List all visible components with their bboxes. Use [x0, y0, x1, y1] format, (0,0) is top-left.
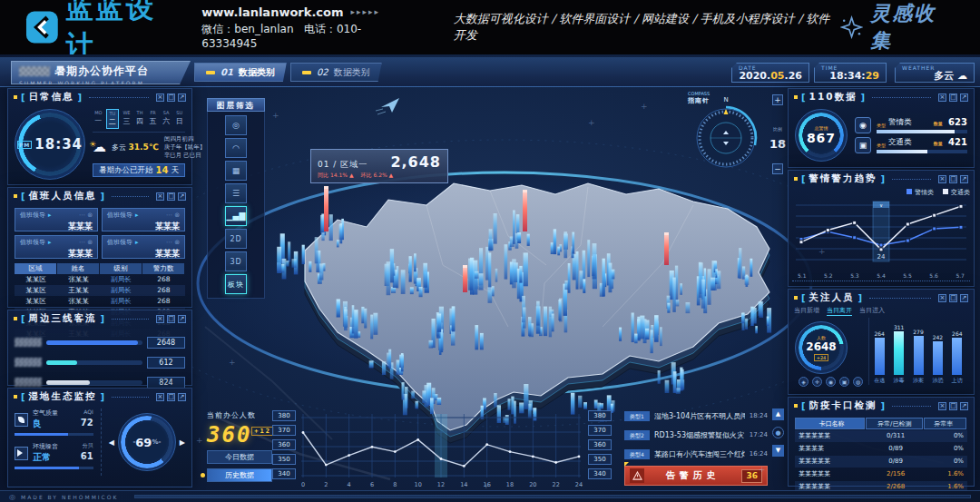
- inspiration-collect[interactable]: 灵感收集: [840, 0, 955, 54]
- censored-block: [19, 66, 50, 76]
- blocks-layer-button[interactable]: 板块: [225, 274, 247, 294]
- close-icon[interactable]: ×: [156, 393, 164, 401]
- expand-icon[interactable]: ↗: [960, 94, 968, 102]
- weekday-cn: 三: [121, 116, 132, 126]
- person-bar-上访: 264上访: [951, 318, 964, 385]
- view-3d-button[interactable]: 3D: [225, 251, 247, 271]
- window-icon[interactable]: □: [167, 393, 175, 401]
- view-2d-button[interactable]: 2D: [225, 229, 247, 249]
- scroll-up-icon[interactable]: ▲: [772, 408, 784, 420]
- persons-tab-2[interactable]: 当日离开: [827, 306, 852, 316]
- persons-tab-3[interactable]: 当日进入: [859, 306, 885, 316]
- svg-text:∨: ∨: [879, 202, 883, 208]
- barchart-layer-button[interactable]: ▁▄▇: [225, 206, 247, 226]
- weekday-TH[interactable]: TH四: [134, 109, 146, 129]
- close-icon[interactable]: ×: [938, 175, 946, 183]
- checkpoint-rate: 1.6%: [925, 468, 967, 480]
- svg-text:4: 4: [348, 481, 351, 488]
- y-tick-box: 360: [588, 439, 612, 450]
- expand-icon[interactable]: ↗: [960, 402, 968, 410]
- window-icon[interactable]: □: [167, 315, 175, 323]
- mini-icon[interactable]: ◉: [826, 377, 836, 387]
- noise-metric: 环境噪音分贝 正常61: [15, 442, 93, 469]
- weekday-FR[interactable]: FR五: [147, 109, 159, 129]
- persons-tab-1[interactable]: 当日新增: [794, 306, 819, 316]
- layer-buttons: ◎◠▦☰▁▄▇2D3D板块: [207, 112, 265, 299]
- tab-marker-icon: [206, 71, 215, 74]
- star-icon: [840, 15, 863, 39]
- gauge-right-arrow[interactable]: ▶: [180, 438, 185, 447]
- date-chip: DATE 2020.05.26: [731, 63, 809, 83]
- mini-icon[interactable]: ◍: [853, 377, 863, 387]
- mini-icon[interactable]: ◈: [799, 377, 808, 387]
- weekday-SU[interactable]: SU日: [173, 109, 185, 129]
- mini-icon[interactable]: ✛: [812, 377, 822, 387]
- window-icon[interactable]: □: [167, 192, 175, 201]
- window-icon[interactable]: □: [949, 294, 957, 302]
- legend-交通类[interactable]: 交通类: [943, 188, 970, 197]
- expand-icon[interactable]: ↗: [178, 192, 186, 201]
- alert-time: 18:24: [750, 412, 768, 419]
- alert-row[interactable]: 类型2RD13-53烟感报警疑似火灾17:24: [624, 428, 768, 442]
- signal-layer-button[interactable]: ◠: [225, 138, 247, 158]
- panel-title: 周边三线客流: [29, 312, 97, 325]
- tab-01[interactable]: 01数据类别: [194, 63, 287, 82]
- grid-layer-button[interactable]: ▦: [225, 161, 247, 181]
- gauge-left-arrow[interactable]: ◀: [109, 438, 114, 447]
- plus-decoration: +: [483, 481, 490, 490]
- duty-card[interactable]: 值班领导▸⋯ ⊗某某某: [15, 208, 98, 231]
- tab-02[interactable]: 02数据类别: [290, 63, 382, 82]
- history-data-button[interactable]: 历史数据: [207, 468, 272, 482]
- scroll-dot-icon[interactable]: ●: [772, 427, 784, 438]
- window-icon[interactable]: □: [949, 402, 957, 410]
- alert-row[interactable]: 类型1湿地3-104片区有不明人员闯入18:24: [624, 408, 768, 423]
- zoom-in-button[interactable]: +: [772, 94, 783, 105]
- list-layer-button[interactable]: ☰: [225, 183, 247, 203]
- duty-card[interactable]: 值班领导▸⋯ ⊗某某某: [15, 235, 98, 259]
- tab-number: 02: [317, 67, 328, 77]
- expand-icon[interactable]: ↗: [178, 94, 186, 102]
- close-icon[interactable]: ×: [156, 192, 164, 201]
- zoom-out-button[interactable]: −: [772, 163, 783, 174]
- bar: [933, 341, 943, 375]
- expand-icon[interactable]: ↗: [178, 315, 186, 323]
- scroll-down-icon[interactable]: ▼: [772, 445, 784, 457]
- alarm-history-banner[interactable]: 告警历史 36: [624, 466, 768, 486]
- alert-row[interactable]: 类型4某路口有小汽车连闯三个红灯16:24: [624, 447, 768, 461]
- date-value: 2020.05.26: [739, 71, 802, 81]
- legend-警情类[interactable]: 警情类: [906, 188, 934, 197]
- alert-text: RD13-53烟感报警疑似火灾: [654, 430, 745, 440]
- dashboard: 暑期办公协作平台 SUMMER WORKING PLATFORM 01数据类别0…: [0, 54, 980, 502]
- trend-x-tick: 5.5: [903, 272, 912, 279]
- checkpoint-name: 某某某某某: [795, 456, 867, 468]
- mini-icon[interactable]: ▣: [839, 377, 849, 387]
- svg-text:N: N: [723, 96, 728, 103]
- plus-decoration: +: [818, 247, 826, 256]
- close-icon[interactable]: ×: [938, 94, 946, 102]
- expand-icon[interactable]: ↗: [960, 175, 968, 183]
- duty-card[interactable]: 值班领导▸⋯ ⊗某某某: [102, 235, 185, 259]
- today-data-button[interactable]: 今日数据: [207, 450, 272, 464]
- site-url[interactable]: www.lanlanwork.com: [201, 5, 343, 19]
- close-icon[interactable]: ×: [156, 315, 164, 323]
- window-icon[interactable]: □: [949, 94, 957, 102]
- duty-role: 值班领导▸⋯ ⊗: [107, 211, 180, 220]
- flow-label-censored: [15, 378, 42, 387]
- weekday-MO[interactable]: MO一: [93, 109, 104, 129]
- duty-cell: 268: [142, 274, 185, 285]
- weekday-TU[interactable]: TU二: [106, 109, 120, 129]
- tab-label: 数据类别: [334, 66, 370, 79]
- close-icon[interactable]: ×: [938, 294, 946, 302]
- duty-card[interactable]: 值班领导▸⋯ ⊗某某某: [102, 208, 185, 231]
- window-icon[interactable]: □: [167, 94, 175, 102]
- close-icon[interactable]: ×: [156, 94, 164, 102]
- checkpoint-header-cell: 异常/已检测: [866, 418, 923, 429]
- window-icon[interactable]: □: [949, 175, 957, 183]
- expand-icon[interactable]: ↗: [178, 393, 186, 401]
- weekday-SA[interactable]: SA六: [161, 109, 172, 129]
- close-icon[interactable]: ×: [938, 402, 946, 410]
- weekday-WE[interactable]: WE三: [121, 109, 132, 129]
- alert-text: 湿地3-104片区有不明人员闯入: [654, 411, 745, 421]
- expand-icon[interactable]: ↗: [960, 294, 968, 302]
- camera-layer-button[interactable]: ◎: [225, 115, 247, 135]
